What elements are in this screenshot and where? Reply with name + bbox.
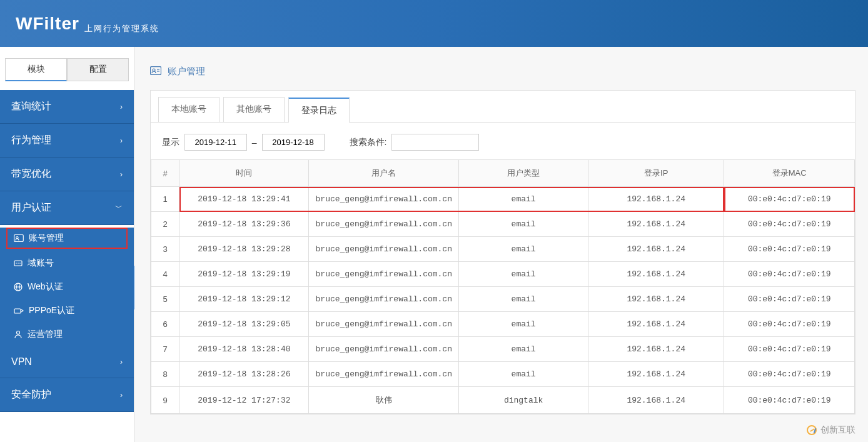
globe-icon	[14, 283, 23, 291]
submenu-item-label: Web认证	[28, 281, 63, 293]
col-index[interactable]: #	[151, 160, 179, 187]
svg-point-3	[16, 263, 17, 264]
domain-icon	[14, 259, 23, 268]
submenu-item-3[interactable]: PPPoE认证	[0, 299, 134, 323]
cell-index: 6	[151, 312, 179, 337]
cell-index: 4	[151, 262, 179, 287]
chevron-right-icon: ›	[120, 391, 123, 399]
table-row[interactable]: 52019-12-18 13:29:12bruce_geng@imfirewal…	[151, 287, 855, 312]
menu-item-0[interactable]: 查询统计›	[0, 90, 134, 124]
submenu-item-label: PPPoE认证	[29, 305, 74, 316]
menu-item-1[interactable]: 行为管理›	[0, 124, 134, 158]
sidebar-tab-module[interactable]: 模块	[5, 58, 67, 81]
cell-usertype: email	[459, 312, 588, 337]
table-row[interactable]: 72019-12-18 13:28:40bruce_geng@imfirewal…	[151, 337, 855, 362]
svg-rect-9	[14, 309, 21, 313]
cell-ip: 192.168.1.24	[588, 237, 724, 262]
inner-tab-0[interactable]: 本地账号	[158, 97, 220, 122]
cell-usertype: email	[459, 212, 588, 237]
table-row[interactable]: 42019-12-18 13:29:19bruce_geng@imfirewal…	[151, 262, 855, 287]
chevron-right-icon: ›	[120, 358, 123, 366]
table-row[interactable]: 22019-12-18 13:29:36bruce_geng@imfirewal…	[151, 212, 855, 237]
svg-point-10	[17, 331, 20, 334]
sidebar-menu: 查询统计›行为管理›带宽优化›用户认证﹀账号管理域账号Web认证PPPoE认证运…	[0, 90, 134, 412]
inner-tab-2[interactable]: 登录日志	[288, 98, 350, 123]
date-separator: –	[252, 138, 257, 148]
cell-usertype: email	[459, 237, 588, 262]
submenu-item-1[interactable]: 域账号	[0, 251, 134, 275]
chevron-right-icon: ›	[120, 103, 123, 111]
cell-ip: 192.168.1.24	[588, 262, 724, 287]
cell-time: 2019-12-18 13:28:40	[179, 337, 309, 362]
menu-item-4[interactable]: VPN›	[0, 346, 134, 378]
table-row[interactable]: 92019-12-12 17:27:32耿伟dingtalk192.168.1.…	[151, 387, 855, 414]
menu-item-label: 带宽优化	[11, 168, 51, 181]
cell-username: 耿伟	[309, 387, 459, 414]
menu-item-label: 安全防护	[11, 388, 51, 401]
breadcrumb: 账户管理	[150, 66, 855, 78]
cell-ip: 192.168.1.24	[588, 362, 724, 387]
cell-time: 2019-12-18 13:29:12	[179, 287, 309, 312]
search-input[interactable]	[391, 134, 479, 151]
cell-username: bruce_geng@imfirewall.com.cn	[309, 312, 459, 337]
cell-mac: 00:e0:4c:d7:e0:19	[724, 262, 855, 287]
cell-mac: 00:e0:4c:d7:e0:19	[724, 387, 855, 414]
table-row[interactable]: 62019-12-18 13:29:05bruce_geng@imfirewal…	[151, 312, 855, 337]
date-to-input[interactable]	[262, 134, 325, 151]
col-username[interactable]: 用户名	[309, 160, 459, 187]
cell-ip: 192.168.1.24	[588, 212, 724, 237]
cell-mac: 00:e0:4c:d7:e0:19	[724, 312, 855, 337]
submenu-item-4[interactable]: 运营管理	[0, 323, 134, 346]
cell-usertype: email	[459, 262, 588, 287]
svg-point-4	[18, 263, 19, 264]
cell-ip: 192.168.1.24	[588, 187, 724, 212]
submenu: 账号管理域账号Web认证PPPoE认证运营管理	[0, 228, 134, 346]
login-log-table: # 时间 用户名 用户类型 登录IP 登录MAC 12019-12-18 13:…	[151, 159, 855, 414]
content-panel: 本地账号其他账号登录日志 显示 – 搜索条件: # 时间 用户名 用户类型 登录…	[150, 90, 855, 414]
cell-mac: 00:e0:4c:d7:e0:19	[724, 337, 855, 362]
breadcrumb-title: 账户管理	[168, 66, 205, 78]
operate-icon	[14, 330, 23, 339]
cell-index: 5	[151, 287, 179, 312]
show-label: 显示	[162, 137, 179, 148]
submenu-item-0[interactable]: 账号管理	[6, 228, 128, 249]
col-usertype[interactable]: 用户类型	[459, 160, 588, 187]
app-header: WFilter 上网行为管理系统	[0, 0, 868, 47]
sidebar: 模块 配置 查询统计›行为管理›带宽优化›用户认证﹀账号管理域账号Web认证PP…	[0, 47, 134, 442]
table-body: 12019-12-18 13:29:41bruce_geng@imfirewal…	[151, 187, 855, 414]
cell-usertype: email	[459, 287, 588, 312]
cell-mac: 00:e0:4c:d7:e0:19	[724, 287, 855, 312]
cell-mac: 00:e0:4c:d7:e0:19	[724, 212, 855, 237]
menu-item-3[interactable]: 用户认证﹀	[0, 191, 134, 225]
filter-row: 显示 – 搜索条件:	[151, 123, 855, 159]
watermark-icon	[807, 425, 817, 435]
col-login-ip[interactable]: 登录IP	[588, 160, 724, 187]
table-row[interactable]: 32019-12-18 13:29:28bruce_geng@imfirewal…	[151, 237, 855, 262]
id-card-icon	[150, 66, 161, 77]
cell-index: 2	[151, 212, 179, 237]
chevron-right-icon: ›	[120, 136, 123, 145]
menu-item-5[interactable]: 安全防护›	[0, 378, 134, 412]
date-from-input[interactable]	[184, 134, 247, 151]
col-login-mac[interactable]: 登录MAC	[724, 160, 855, 187]
submenu-item-2[interactable]: Web认证	[0, 275, 134, 299]
cell-usertype: dingtalk	[459, 387, 588, 414]
table-row[interactable]: 12019-12-18 13:29:41bruce_geng@imfirewal…	[151, 187, 855, 212]
col-time[interactable]: 时间	[179, 160, 309, 187]
cell-time: 2019-12-18 13:29:19	[179, 262, 309, 287]
watermark-text: 创新互联	[820, 424, 855, 436]
cell-username: bruce_geng@imfirewall.com.cn	[309, 287, 459, 312]
chevron-down-icon: ﹀	[115, 203, 123, 213]
cell-time: 2019-12-18 13:29:28	[179, 237, 309, 262]
inner-tab-1[interactable]: 其他账号	[223, 97, 285, 122]
menu-item-2[interactable]: 带宽优化›	[0, 158, 134, 191]
cell-usertype: email	[459, 337, 588, 362]
cell-username: bruce_geng@imfirewall.com.cn	[309, 362, 459, 387]
cell-ip: 192.168.1.24	[588, 287, 724, 312]
cell-index: 1	[151, 187, 179, 212]
cell-time: 2019-12-12 17:27:32	[179, 387, 309, 414]
cell-time: 2019-12-18 13:29:41	[179, 187, 309, 212]
cell-mac: 00:e0:4c:d7:e0:19	[724, 187, 855, 212]
sidebar-tab-config[interactable]: 配置	[67, 58, 129, 81]
table-row[interactable]: 82019-12-18 13:28:26bruce_geng@imfirewal…	[151, 362, 855, 387]
